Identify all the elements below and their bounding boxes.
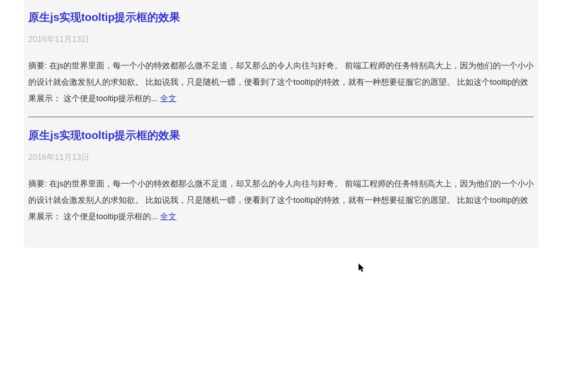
article-summary: 摘要: 在js的世界里面，每一个小的特效都那么微不足道，却又那么的令人向往与好奇… <box>28 57 534 107</box>
article-divider <box>28 117 534 117</box>
read-more-link[interactable]: 全文 <box>160 212 177 221</box>
article-date: 2016年11月13日 <box>28 152 534 163</box>
read-more-link[interactable]: 全文 <box>160 94 177 103</box>
article-summary-text: 摘要: 在js的世界里面，每一个小的特效都那么微不足道，却又那么的令人向往与好奇… <box>28 61 534 103</box>
article-date: 2016年11月13日 <box>28 34 534 45</box>
article-item: 原生js实现tooltip提示框的效果 2016年11月13日 摘要: 在js的… <box>28 9 534 107</box>
article-title-link[interactable]: 原生js实现tooltip提示框的效果 <box>28 129 180 141</box>
article-list-container: 原生js实现tooltip提示框的效果 2016年11月13日 摘要: 在js的… <box>24 0 538 248</box>
article-title-link[interactable]: 原生js实现tooltip提示框的效果 <box>28 11 180 23</box>
article-item: 原生js实现tooltip提示框的效果 2016年11月13日 摘要: 在js的… <box>28 127 534 225</box>
article-summary: 摘要: 在js的世界里面，每一个小的特效都那么微不足道，却又那么的令人向往与好奇… <box>28 175 534 225</box>
article-title: 原生js实现tooltip提示框的效果 <box>28 9 534 26</box>
cursor-icon <box>359 263 366 273</box>
article-summary-text: 摘要: 在js的世界里面，每一个小的特效都那么微不足道，却又那么的令人向往与好奇… <box>28 179 534 221</box>
article-title: 原生js实现tooltip提示框的效果 <box>28 127 534 144</box>
